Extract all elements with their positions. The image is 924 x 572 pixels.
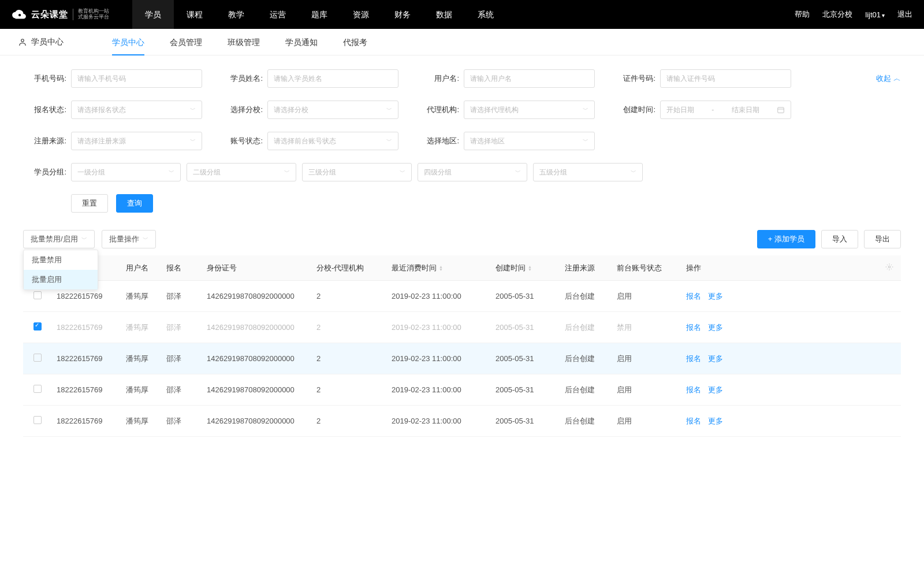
brand-name: 云朵课堂: [31, 9, 68, 20]
table-row: 18222615769潘筠厚邵泽142629198708092000000220…: [23, 281, 901, 312]
row-checkbox[interactable]: [33, 354, 42, 362]
col-source: 注册来源: [560, 263, 612, 273]
cell-idno: 142629198708092000000: [202, 385, 312, 394]
nav-item[interactable]: 教学: [215, 0, 257, 29]
group-level-select[interactable]: 四级分组﹀: [418, 163, 527, 181]
search-button[interactable]: 查询: [116, 194, 153, 213]
region-select[interactable]: 请选择地区﹀: [464, 132, 595, 150]
row-enroll-link[interactable]: 报名: [686, 354, 701, 363]
username-label: 用户名:: [416, 73, 459, 84]
table-row: 18222615769潘筠厚邵泽142629198708092000000220…: [23, 312, 901, 343]
col-created-sortable[interactable]: 创建时间▲▼: [491, 263, 560, 273]
cloud-logo-icon: [12, 7, 27, 22]
idno-label: 证件号码:: [612, 73, 655, 84]
nav-item[interactable]: 运营: [257, 0, 299, 29]
cell-status: 启用: [612, 385, 681, 395]
created-range-picker[interactable]: 开始日期 - 结束日期: [660, 101, 791, 119]
table-row: 18222615769潘筠厚邵泽142629198708092000000220…: [23, 406, 901, 437]
add-student-button[interactable]: + 添加学员: [757, 230, 815, 248]
cell-source: 后台创建: [560, 291, 612, 302]
col-status: 前台账号状态: [612, 263, 681, 273]
bulk-menu-item[interactable]: 批量禁用: [24, 250, 98, 270]
cell-latest: 2019-02-23 11:00:00: [387, 323, 491, 332]
chevron-down-icon: ﹀: [515, 168, 521, 176]
nav-user-menu[interactable]: lijt01: [865, 10, 885, 19]
table-row: 18222615769潘筠厚邵泽142629198708092000000220…: [23, 343, 901, 374]
row-enroll-link[interactable]: 报名: [686, 417, 701, 425]
nav-logout[interactable]: 退出: [897, 9, 912, 20]
row-more-link[interactable]: 更多: [708, 323, 723, 332]
group-level-select[interactable]: 二级分组﹀: [187, 163, 296, 181]
cell-source: 后台创建: [560, 416, 612, 426]
cell-created: 2005-05-31: [491, 354, 560, 363]
chevron-up-icon: ︿: [893, 74, 901, 83]
cell-source: 后台创建: [560, 322, 612, 333]
nav-item[interactable]: 系统: [465, 0, 506, 29]
subnav-item[interactable]: 班级管理: [228, 29, 260, 55]
cell-action: 报名更多: [681, 322, 878, 333]
nav-item[interactable]: 财务: [382, 0, 423, 29]
nav-item[interactable]: 资源: [340, 0, 382, 29]
nav-help[interactable]: 帮助: [795, 9, 810, 20]
row-more-link[interactable]: 更多: [708, 292, 723, 300]
enroll-status-select[interactable]: 请选择报名状态﹀: [71, 101, 202, 119]
acct-status-select[interactable]: 请选择前台账号状态﹀: [267, 132, 398, 150]
nav-item[interactable]: 题库: [299, 0, 340, 29]
subnav-item[interactable]: 学员中心: [112, 29, 144, 55]
subnav-item[interactable]: 代报考: [343, 29, 367, 55]
cell-action: 报名更多: [681, 385, 878, 395]
subnav-item[interactable]: 会员管理: [170, 29, 202, 55]
chevron-down-icon: ﹀: [81, 235, 87, 243]
cell-created: 2005-05-31: [491, 417, 560, 425]
row-enroll-link[interactable]: 报名: [686, 292, 701, 300]
username-input[interactable]: [464, 69, 595, 88]
row-more-link[interactable]: 更多: [708, 417, 723, 425]
group-level-select[interactable]: 三级分组﹀: [302, 163, 412, 181]
cell-enroll: 邵泽: [162, 291, 202, 302]
row-checkbox[interactable]: [33, 291, 42, 299]
row-more-link[interactable]: 更多: [708, 354, 723, 363]
brand-sub: 教育机构一站式服务云平台: [73, 9, 109, 20]
table-row: 18222615769潘筠厚邵泽142629198708092000000220…: [23, 374, 901, 406]
nav-item[interactable]: 学员: [132, 0, 174, 29]
row-checkbox[interactable]: [33, 385, 42, 393]
branch-select[interactable]: 请选择分校﹀: [267, 101, 398, 119]
phone-input[interactable]: [71, 69, 202, 88]
group-level-select[interactable]: 一级分组﹀: [71, 163, 181, 181]
col-action: 操作: [681, 263, 878, 273]
row-enroll-link[interactable]: 报名: [686, 323, 701, 332]
brand-logo: 云朵课堂 教育机构一站式服务云平台: [12, 7, 109, 22]
idno-input[interactable]: [660, 69, 791, 88]
group-label: 学员分组:: [23, 167, 66, 177]
column-settings-button[interactable]: [878, 263, 901, 273]
cell-idno: 142629198708092000000: [202, 323, 312, 332]
bulk-menu-item[interactable]: 批量启用: [24, 270, 98, 289]
reset-button[interactable]: 重置: [71, 194, 108, 213]
bulk-toggle-dropdown[interactable]: 批量禁用/启用﹀: [23, 230, 95, 248]
svg-point-4: [888, 266, 891, 268]
name-input[interactable]: [267, 69, 398, 88]
nav-school[interactable]: 北京分校: [822, 9, 852, 20]
cell-source: 后台创建: [560, 354, 612, 364]
row-checkbox[interactable]: [33, 416, 42, 424]
nav-item[interactable]: 数据: [423, 0, 465, 29]
subnav-item[interactable]: 学员通知: [285, 29, 318, 55]
bulk-ops-dropdown[interactable]: 批量操作﹀: [102, 230, 156, 248]
chevron-down-icon: ﹀: [143, 235, 148, 243]
chevron-down-icon: ﹀: [400, 168, 405, 176]
col-latest-sortable[interactable]: 最近消费时间▲▼: [387, 263, 491, 273]
svg-point-0: [18, 14, 21, 16]
cell-branch: 2: [312, 385, 387, 394]
chevron-down-icon: ﹀: [631, 168, 636, 176]
group-level-select[interactable]: 五级分组﹀: [533, 163, 643, 181]
row-enroll-link[interactable]: 报名: [686, 385, 701, 394]
nav-item[interactable]: 课程: [174, 0, 215, 29]
agent-select[interactable]: 请选择代理机构﹀: [464, 101, 595, 119]
import-button[interactable]: 导入: [821, 230, 858, 248]
row-more-link[interactable]: 更多: [708, 385, 723, 394]
export-button[interactable]: 导出: [864, 230, 901, 248]
row-checkbox[interactable]: [33, 322, 42, 330]
collapse-toggle[interactable]: 收起 ︿: [876, 73, 901, 84]
acct-status-label: 账号状态:: [219, 136, 263, 146]
reg-source-select[interactable]: 请选择注册来源﹀: [71, 132, 202, 150]
